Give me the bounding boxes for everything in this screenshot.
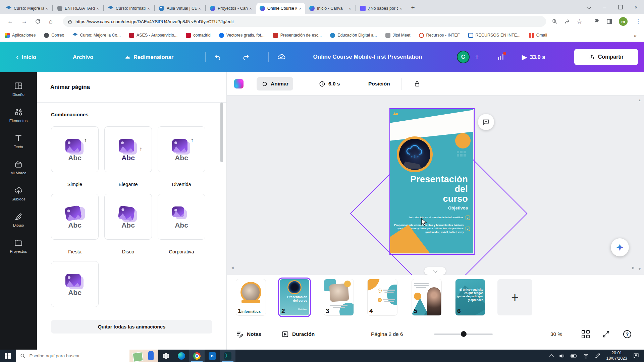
home-button[interactable]: ‹Inicio (16, 42, 36, 72)
notes-button[interactable]: Notas (236, 329, 261, 339)
scroll-left-icon[interactable]: ◀ (231, 266, 234, 269)
combo-elegante[interactable]: ↑Abc Elegante (104, 126, 152, 187)
add-member-button[interactable]: + (475, 42, 479, 72)
zoom-level[interactable]: 30 % (550, 329, 562, 339)
sidebar-item-mi-marca[interactable]: Mi Marca (0, 160, 37, 175)
bookmark-recursos-inte[interactable]: RECURSOS EN INTE... (468, 33, 521, 38)
tab-curso-mejore[interactable]: Curso: Mejore la× (3, 3, 52, 14)
duration-bottom-button[interactable]: Duración (281, 329, 315, 339)
start-button[interactable] (5, 353, 11, 359)
collaborator-avatar[interactable]: C (457, 42, 470, 72)
task-view-button[interactable] (158, 350, 174, 362)
combo-extra[interactable]: Abc (51, 261, 99, 322)
side-panel-icon[interactable] (606, 18, 612, 24)
sidebar-item-texto[interactable]: Texto (0, 134, 37, 149)
sidebar-item-dibujo[interactable]: Dibujo (0, 212, 37, 227)
bookmarks-overflow-icon[interactable]: » (634, 33, 637, 38)
sidebar-item-elementos[interactable]: Elementos (0, 108, 37, 123)
bookmark-vectores[interactable]: Vectores gratis, fot... (219, 33, 265, 38)
scroll-down-icon[interactable]: ▼ (638, 267, 641, 271)
notifications-icon[interactable] (633, 353, 639, 359)
tab-no-sabes[interactable]: ¿No sabes por d× (357, 3, 406, 14)
tab-entrega-tarea[interactable]: ENTREGA TAREA× (54, 3, 103, 14)
file-menu[interactable]: Archivo (73, 42, 93, 72)
taskbar-search-input[interactable] (29, 353, 114, 359)
help-button[interactable]: ? (623, 329, 631, 339)
restore-button[interactable] (612, 0, 628, 14)
forward-icon[interactable]: → (21, 18, 27, 25)
page-thumbnail-2-selected[interactable]: Presentación del curso Objetivos 2 (278, 278, 311, 317)
taskbar-chrome-active[interactable] (189, 350, 205, 362)
insights-button[interactable] (497, 42, 504, 72)
wifi-icon[interactable] (583, 353, 589, 359)
tab-aula-virtual[interactable]: Aula Virtual | CEP× (156, 3, 205, 14)
combo-corporativa[interactable]: Abc Corporativa (158, 194, 205, 254)
bookmark-educacion[interactable]: Educación Digital a... (330, 33, 377, 38)
bookmark-gmail[interactable]: Gmail (529, 33, 547, 38)
tray-chevron-icon[interactable] (550, 354, 554, 359)
taskbar-teal-app-active[interactable]: 〉 (220, 350, 235, 362)
tab-close-icon[interactable]: × (347, 5, 353, 11)
taskbar-edge[interactable] (174, 350, 189, 362)
combo-disco[interactable]: Abc Disco (104, 194, 152, 254)
page-thumbnail-5[interactable]: 5 (412, 279, 441, 315)
bookmark-correo[interactable]: Correo (44, 33, 64, 38)
background-color-button[interactable] (234, 79, 244, 88)
sidebar-item-proyectos[interactable]: Proyectos (0, 238, 37, 253)
page-thumbnail-6[interactable]: El único requisito es que tengas ganas d… (455, 279, 485, 315)
page-thumbnail-1[interactable]: informática 1 (236, 279, 266, 315)
present-button[interactable]: ▶ 33.0 s (522, 42, 545, 72)
pen-icon[interactable] (595, 353, 600, 359)
fullscreen-button[interactable] (602, 329, 610, 339)
browser-menu-icon[interactable]: ⋮ (635, 18, 641, 25)
new-tab-button[interactable]: + (408, 3, 418, 12)
resize-button[interactable]: Redimensionar (125, 42, 173, 72)
tab-curso-informatica[interactable]: Curso: Informátic× (105, 3, 154, 14)
scroll-right-icon[interactable]: ▶ (632, 266, 635, 269)
bookmark-recursos-intef[interactable]: Recursos - INTEF (419, 33, 460, 38)
tab-close-icon[interactable]: × (95, 5, 101, 11)
back-icon[interactable]: ← (7, 18, 13, 25)
bookmark-comadrid[interactable]: comadrid (186, 33, 210, 38)
magic-assistant-button[interactable] (611, 238, 629, 256)
tab-close-icon[interactable]: × (197, 5, 203, 11)
reload-icon[interactable] (35, 19, 41, 24)
bookmark-aplicaciones[interactable]: Aplicaciones (5, 33, 36, 38)
tab-online-course-active[interactable]: Online Course M× (256, 3, 305, 14)
tab-close-icon[interactable]: × (248, 5, 254, 11)
extensions-icon[interactable] (594, 18, 600, 24)
undo-button[interactable] (214, 42, 221, 72)
scroll-up-icon[interactable]: ▲ (638, 98, 641, 102)
bookmark-curso[interactable]: Curso: Mejore la Co... (72, 33, 121, 38)
tab-close-icon[interactable]: × (44, 5, 50, 11)
zoom-search-icon[interactable] (552, 18, 558, 24)
share-button[interactable]: Compartir (574, 49, 638, 65)
close-button[interactable]: × (628, 0, 644, 14)
home-icon[interactable]: ⌂ (49, 18, 53, 25)
profile-avatar[interactable]: m (619, 17, 628, 26)
taskbar-clock[interactable]: 20:01 18/07/2023 (606, 351, 627, 361)
page-thumbnail-4[interactable]: 01 02 4 (368, 279, 397, 315)
design-title[interactable]: Online Course Mobile-First Presentation (284, 42, 451, 72)
sidebar-item-subidos[interactable]: Subidos (0, 186, 37, 201)
taskbar-search[interactable] (16, 350, 158, 362)
bookmark-presentacion[interactable]: Presentación de esc... (273, 33, 322, 38)
bookmark-ases[interactable]: ASES - Autoservicio... (129, 33, 177, 38)
minimize-button[interactable]: – (597, 0, 612, 14)
panel-scrollbar[interactable] (220, 103, 223, 162)
bookmark-star-icon[interactable]: ☆ (577, 18, 582, 25)
animate-button[interactable]: Animar (257, 77, 293, 90)
design-canvas[interactable]: Presentacióndelcurso Objetivos Introduci… (227, 96, 644, 275)
tab-close-icon[interactable]: × (146, 5, 152, 11)
url-field[interactable]: https://www.canva.com/design/DAFo4YSlPU4… (63, 16, 546, 27)
grid-view-button[interactable] (582, 329, 590, 339)
combo-fiesta[interactable]: Abc Fiesta (51, 194, 99, 254)
tab-proyectos-canva[interactable]: Proyectos - Canv× (207, 3, 256, 14)
combo-simple[interactable]: ↑Abc Simple (51, 126, 99, 187)
add-page-button[interactable]: + (497, 279, 532, 315)
taskbar-outlook[interactable]: o (205, 350, 220, 362)
tab-close-icon[interactable]: × (398, 5, 404, 11)
tab-close-icon[interactable]: × (297, 5, 303, 11)
redo-button[interactable] (242, 42, 250, 72)
combo-divertida[interactable]: ↑Abc Divertida (158, 126, 205, 187)
